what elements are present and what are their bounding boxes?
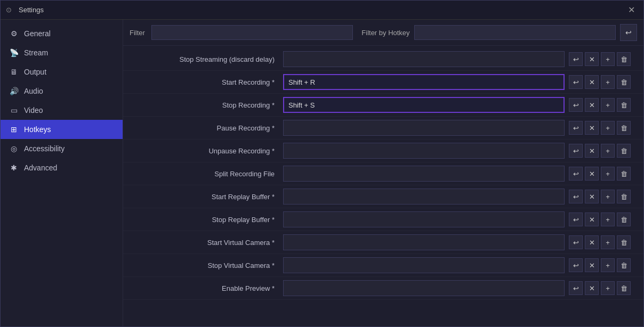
hotkey-name-2: Stop Recording * xyxy=(123,101,283,109)
hotkey-clear-1[interactable]: ✕ xyxy=(585,75,599,89)
hotkey-row: Stop Virtual Camera *↩✕+🗑 xyxy=(123,254,643,277)
hotkey-name-3: Pause Recording * xyxy=(123,124,283,132)
hotkey-delete-10[interactable]: 🗑 xyxy=(617,281,631,295)
hotkey-add-1[interactable]: + xyxy=(601,75,615,89)
sidebar-item-label-advanced: Advanced xyxy=(24,164,57,172)
hotkey-delete-1[interactable]: 🗑 xyxy=(617,75,631,89)
hotkey-row: Split Recording File↩✕+🗑 xyxy=(123,162,643,185)
sidebar-item-output[interactable]: 🖥Output xyxy=(1,62,123,81)
hotkeys-icon: ⊞ xyxy=(9,125,19,134)
hotkey-reset-1[interactable]: ↩ xyxy=(569,75,583,89)
hotkey-clear-8[interactable]: ✕ xyxy=(585,235,599,249)
sidebar-item-advanced[interactable]: ✱Advanced xyxy=(1,158,123,177)
hotkey-row: Stop Recording *Shift + S↩✕+🗑 xyxy=(123,94,643,117)
hotkey-clear-5[interactable]: ✕ xyxy=(585,167,599,181)
filter-label: Filter xyxy=(130,29,145,37)
hotkey-reset-7[interactable]: ↩ xyxy=(569,212,583,226)
right-panel: Filter Filter by Hotkey ↩ Stop Streaming… xyxy=(123,20,643,326)
sidebar-item-hotkeys[interactable]: ⊞Hotkeys xyxy=(1,120,123,139)
sidebar-item-label-audio: Audio xyxy=(24,87,43,95)
hotkey-delete-7[interactable]: 🗑 xyxy=(617,212,631,226)
hotkey-reset-0[interactable]: ↩ xyxy=(569,52,583,66)
hotkey-binding-box-10[interactable] xyxy=(283,280,565,296)
hotkey-row: Start Virtual Camera *↩✕+🗑 xyxy=(123,231,643,254)
hotkey-add-2[interactable]: + xyxy=(601,98,615,112)
filter-input[interactable] xyxy=(151,25,353,40)
hotkey-row: Unpause Recording *↩✕+🗑 xyxy=(123,140,643,162)
hotkey-clear-6[interactable]: ✕ xyxy=(585,190,599,203)
hotkey-name-0: Stop Streaming (discard delay) xyxy=(123,55,283,63)
hotkey-name-10: Enable Preview * xyxy=(123,284,283,292)
window-title: Settings xyxy=(19,6,625,14)
hotkey-binding-box-1[interactable]: Shift + R xyxy=(283,74,565,90)
hotkey-add-7[interactable]: + xyxy=(601,212,615,226)
hotkey-binding-box-6[interactable] xyxy=(283,189,565,205)
filter-hotkey-input[interactable] xyxy=(414,25,616,40)
hotkey-delete-2[interactable]: 🗑 xyxy=(617,98,631,112)
hotkey-delete-9[interactable]: 🗑 xyxy=(617,258,631,272)
audio-icon: 🔊 xyxy=(9,87,19,95)
close-button[interactable]: ✕ xyxy=(625,4,638,16)
hotkey-delete-0[interactable]: 🗑 xyxy=(617,52,631,66)
hotkey-add-5[interactable]: + xyxy=(601,167,615,181)
settings-window: ⊙ Settings ✕ ⚙General📡Stream🖥Output🔊Audi… xyxy=(0,0,644,327)
back-button[interactable]: ↩ xyxy=(620,24,637,41)
hotkey-clear-0[interactable]: ✕ xyxy=(585,52,599,66)
hotkey-binding-box-9[interactable] xyxy=(283,257,565,273)
hotkey-add-8[interactable]: + xyxy=(601,235,615,249)
video-icon: ▭ xyxy=(9,106,19,115)
hotkey-delete-4[interactable]: 🗑 xyxy=(617,144,631,158)
advanced-icon: ✱ xyxy=(9,164,19,172)
sidebar-item-accessibility[interactable]: ◎Accessibility xyxy=(1,139,123,158)
title-bar: ⊙ Settings ✕ xyxy=(1,1,643,20)
hotkey-row: Start Replay Buffer *↩✕+🗑 xyxy=(123,185,643,208)
hotkey-add-4[interactable]: + xyxy=(601,144,615,158)
hotkey-reset-10[interactable]: ↩ xyxy=(569,281,583,295)
hotkey-name-7: Stop Replay Buffer * xyxy=(123,216,283,224)
hotkey-binding-box-5[interactable] xyxy=(283,166,565,182)
hotkey-binding-box-3[interactable] xyxy=(283,120,565,136)
stream-icon: 📡 xyxy=(9,48,19,57)
sidebar-item-audio[interactable]: 🔊Audio xyxy=(1,81,123,101)
hotkey-binding-box-4[interactable] xyxy=(283,143,565,159)
hotkey-reset-2[interactable]: ↩ xyxy=(569,98,583,112)
hotkey-add-10[interactable]: + xyxy=(601,281,615,295)
hotkey-add-0[interactable]: + xyxy=(601,52,615,66)
sidebar-item-label-accessibility: Accessibility xyxy=(24,144,65,153)
hotkey-clear-10[interactable]: ✕ xyxy=(585,281,599,295)
hotkey-row: Start Recording *Shift + R↩✕+🗑 xyxy=(123,71,643,94)
hotkey-delete-5[interactable]: 🗑 xyxy=(617,167,631,181)
hotkey-reset-8[interactable]: ↩ xyxy=(569,235,583,249)
accessibility-icon: ◎ xyxy=(9,144,19,153)
hotkey-name-4: Unpause Recording * xyxy=(123,147,283,155)
hotkey-delete-8[interactable]: 🗑 xyxy=(617,235,631,249)
hotkey-clear-2[interactable]: ✕ xyxy=(585,98,599,112)
sidebar-item-label-general: General xyxy=(24,29,51,38)
hotkey-name-8: Start Virtual Camera * xyxy=(123,239,283,247)
hotkey-binding-box-8[interactable] xyxy=(283,234,565,250)
hotkey-binding-box-0[interactable] xyxy=(283,51,565,67)
hotkey-reset-6[interactable]: ↩ xyxy=(569,190,583,203)
hotkey-clear-9[interactable]: ✕ xyxy=(585,258,599,272)
filter-hotkey-label: Filter by Hotkey xyxy=(361,29,409,37)
sidebar-item-video[interactable]: ▭Video xyxy=(1,101,123,120)
hotkey-reset-4[interactable]: ↩ xyxy=(569,144,583,158)
app-icon: ⊙ xyxy=(6,6,14,14)
hotkey-binding-box-7[interactable] xyxy=(283,211,565,227)
sidebar-item-stream[interactable]: 📡Stream xyxy=(1,43,123,62)
hotkey-reset-5[interactable]: ↩ xyxy=(569,167,583,181)
hotkey-clear-3[interactable]: ✕ xyxy=(585,121,599,135)
hotkey-delete-6[interactable]: 🗑 xyxy=(617,190,631,203)
sidebar: ⚙General📡Stream🖥Output🔊Audio▭Video⊞Hotke… xyxy=(1,20,123,326)
hotkey-reset-9[interactable]: ↩ xyxy=(569,258,583,272)
hotkey-name-1: Start Recording * xyxy=(123,78,283,86)
hotkey-add-6[interactable]: + xyxy=(601,190,615,203)
hotkey-add-3[interactable]: + xyxy=(601,121,615,135)
hotkey-clear-4[interactable]: ✕ xyxy=(585,144,599,158)
hotkey-clear-7[interactable]: ✕ xyxy=(585,212,599,226)
hotkey-binding-box-2[interactable]: Shift + S xyxy=(283,97,565,113)
sidebar-item-general[interactable]: ⚙General xyxy=(1,24,123,43)
hotkey-add-9[interactable]: + xyxy=(601,258,615,272)
hotkey-delete-3[interactable]: 🗑 xyxy=(617,121,631,135)
hotkey-reset-3[interactable]: ↩ xyxy=(569,121,583,135)
